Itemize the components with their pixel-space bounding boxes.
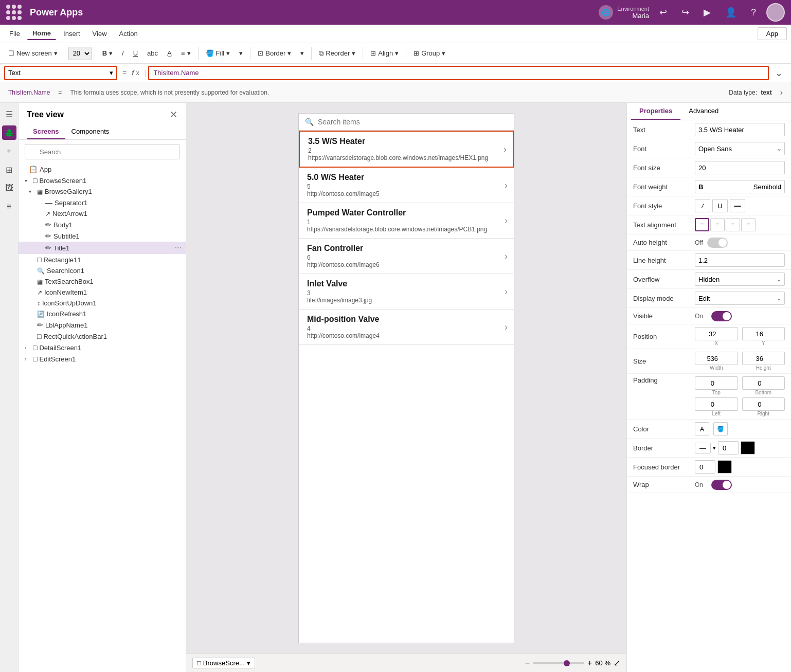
reorder-button[interactable]: ⧉ Reorder ▾ xyxy=(315,47,359,60)
menu-file[interactable]: File xyxy=(4,28,25,40)
menu-action[interactable]: Action xyxy=(114,28,143,40)
props-displaymode-select[interactable]: Edit xyxy=(695,292,785,305)
border-dropdown-icon2[interactable]: ▾ xyxy=(713,445,716,451)
zoom-out-button[interactable]: − xyxy=(525,659,530,668)
tree-item-nextarrow1[interactable]: ↗ NextArrow1 xyxy=(19,208,186,219)
props-pos-y-input[interactable] xyxy=(742,327,785,340)
tree-item-app[interactable]: 📋 App xyxy=(19,164,186,175)
tree-item-textsearchbox1[interactable]: ▦ TextSearchBox1 xyxy=(19,276,186,287)
tree-item-rectangle11[interactable]: □ Rectangle11 xyxy=(19,254,186,265)
tree-item-iconsortupdown1[interactable]: ↕ IconSortUpDown1 xyxy=(19,298,186,308)
sidebar-vars-icon[interactable]: ≡ xyxy=(2,199,16,214)
align-left-button[interactable]: ≡ xyxy=(695,218,709,231)
border-color-swatch[interactable] xyxy=(741,441,755,455)
visible-toggle-switch[interactable] xyxy=(711,311,732,321)
app-grid-icon[interactable] xyxy=(6,5,22,20)
sidebar-plus-icon[interactable]: + xyxy=(2,144,16,158)
props-overflow-select[interactable]: Hidden xyxy=(695,273,785,286)
play-button[interactable]: ▶ xyxy=(699,5,715,20)
tree-item-subtitle1[interactable]: ✏ Subtitle1 xyxy=(19,230,186,242)
gallery-item-2[interactable]: Pumped Water Controller 1 https://vanars… xyxy=(299,203,514,239)
strikethrough-button[interactable]: abc xyxy=(143,47,162,59)
sidebar-tree-icon[interactable]: 🌲 xyxy=(2,125,16,140)
props-lineheight-input[interactable] xyxy=(695,253,785,267)
undo-button[interactable]: ↩ xyxy=(655,5,671,20)
sidebar-media-icon[interactable]: 🖼 xyxy=(2,181,16,195)
fill-button[interactable]: 🪣 Fill ▾ xyxy=(202,47,235,59)
formulabar-expand-icon[interactable]: ⌄ xyxy=(771,67,787,79)
tree-item-rectquickactionbar1[interactable]: □ RectQuickActionBar1 xyxy=(19,331,186,342)
align-button[interactable]: ≡▾ xyxy=(177,47,195,59)
props-height-input[interactable] xyxy=(742,352,785,365)
props-pad-left-input[interactable] xyxy=(695,397,738,411)
tree-item-title1[interactable]: ✏ Title1 ··· xyxy=(19,242,186,254)
border-button[interactable]: ⊡ Border ▾ xyxy=(254,47,295,59)
treeview-tab-screens[interactable]: Screens xyxy=(27,124,65,139)
props-font-select[interactable]: Open Sans xyxy=(695,142,785,155)
border-value-input[interactable] xyxy=(718,441,739,455)
props-fontweight-select[interactable]: B Semibold xyxy=(695,180,785,193)
new-screen-button[interactable]: ☐ New screen ▾ xyxy=(4,47,62,59)
group-button[interactable]: ⊞ Group ▾ xyxy=(409,47,450,59)
app-button[interactable]: App xyxy=(758,27,787,40)
tree-item-iconnewitem1[interactable]: ↗ IconNewItem1 xyxy=(19,287,186,298)
fontstyle-italic-button[interactable]: / xyxy=(695,199,710,212)
tree-item-body1[interactable]: ✏ Body1 xyxy=(19,219,186,230)
zoom-in-button[interactable]: + xyxy=(587,659,592,668)
gallery-item-4[interactable]: Inlet Valve 3 file://images/image3.jpg › xyxy=(299,274,514,310)
border-style-button[interactable]: — xyxy=(695,443,711,453)
menu-home[interactable]: Home xyxy=(27,27,56,40)
wrap-toggle-switch[interactable] xyxy=(711,480,732,490)
avatar[interactable] xyxy=(766,3,785,22)
screen-selector[interactable]: □ BrowseScre... ▾ xyxy=(192,658,255,668)
tree-item-searchicon1[interactable]: 🔍 SearchIcon1 xyxy=(19,265,186,276)
user-button[interactable]: 👤 xyxy=(721,5,741,20)
tree-item-lblappname1[interactable]: ✏ LblAppName1 xyxy=(19,319,186,331)
tree-more-button[interactable]: ··· xyxy=(175,243,182,252)
props-pos-x-input[interactable] xyxy=(695,327,738,340)
menu-insert[interactable]: Insert xyxy=(58,28,85,40)
tree-item-detailscreen1[interactable]: › □ DetailScreen1 xyxy=(19,342,186,353)
treeview-search-input[interactable] xyxy=(25,144,179,159)
menu-view[interactable]: View xyxy=(87,28,112,40)
align-center-button[interactable]: ≡ xyxy=(710,218,725,231)
gallery-item-5[interactable]: Mid-position Valve 4 http://contoso.com/… xyxy=(299,310,514,345)
fullscreen-button[interactable]: ⤢ xyxy=(614,658,620,668)
gallery-item-3[interactable]: Fan Controller 6 http://contoso.com/imag… xyxy=(299,239,514,274)
props-tab-advanced[interactable]: Advanced xyxy=(680,103,727,120)
treeview-tab-components[interactable]: Components xyxy=(65,124,116,139)
props-pad-bottom-input[interactable] xyxy=(742,376,785,390)
tree-item-browsescreen1[interactable]: ▾ □ BrowseScreen1 xyxy=(19,175,186,186)
fontstyle-strikethrough-button[interactable]: — xyxy=(730,199,745,212)
color-preview-text[interactable]: A xyxy=(695,422,709,435)
align-right-button[interactable]: ≡ xyxy=(726,218,740,231)
align-pos-button[interactable]: ⊞ Align ▾ xyxy=(366,47,403,59)
property-selector[interactable]: Text ▾ xyxy=(4,66,117,80)
help-button[interactable]: ? xyxy=(747,5,760,20)
tree-item-iconrefresh1[interactable]: 🔄 IconRefresh1 xyxy=(19,308,186,319)
gallery-item-1[interactable]: 5.0 W/S Heater 5 http://contoso.com/imag… xyxy=(299,168,514,203)
props-fontsize-input[interactable] xyxy=(695,161,785,174)
fontstyle-underline-button[interactable]: U xyxy=(712,199,728,212)
underline-button[interactable]: U xyxy=(129,47,142,59)
props-pad-top-input[interactable] xyxy=(695,376,738,390)
sidebar-home-icon[interactable]: ☰ xyxy=(2,107,16,121)
sidebar-data-icon[interactable]: ⊞ xyxy=(2,162,16,177)
italic-button[interactable]: / xyxy=(118,47,128,59)
redo-button[interactable]: ↪ xyxy=(677,5,693,20)
treeview-close-button[interactable]: ✕ xyxy=(170,109,177,120)
formula-input[interactable]: ThisItem.Name xyxy=(148,66,769,80)
border-dropdown-button[interactable]: ▾ xyxy=(296,47,308,59)
color-fill-icon[interactable]: 🪣 xyxy=(713,422,728,435)
props-pad-right-input[interactable] xyxy=(742,397,785,411)
props-tab-properties[interactable]: Properties xyxy=(631,103,680,120)
tree-item-editscreen1[interactable]: › □ EditScreen1 xyxy=(19,353,186,365)
zoom-slider[interactable] xyxy=(533,662,584,664)
infobar-expand-icon[interactable]: › xyxy=(780,88,783,97)
props-text-input[interactable] xyxy=(695,123,785,136)
tree-item-browsegallery1[interactable]: ▾ ▦ BrowseGallery1 xyxy=(19,186,186,197)
dropdown-arrow-button[interactable]: ▾ xyxy=(235,47,247,59)
autoheight-toggle-switch[interactable] xyxy=(707,238,728,248)
gallery-item-0[interactable]: 3.5 W/S Heater 2 https://vanarsdelstorag… xyxy=(299,131,514,168)
font-size-select[interactable]: 20 16 14 12 xyxy=(68,47,92,60)
